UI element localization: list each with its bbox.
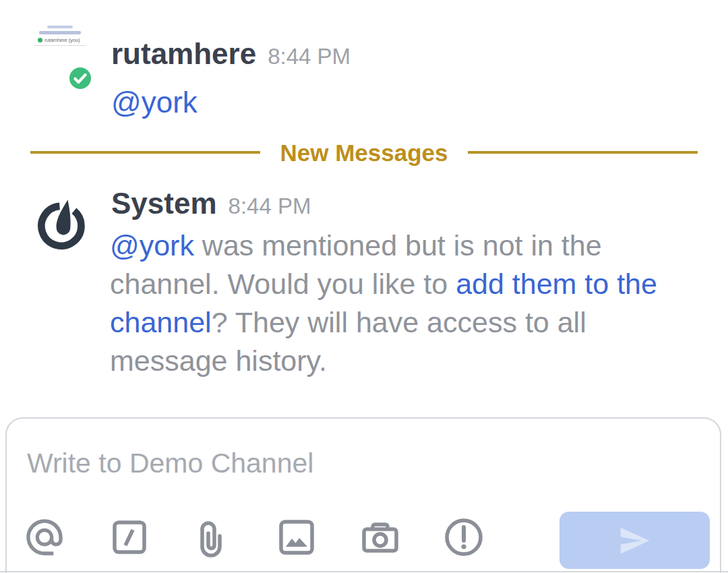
send-icon: [614, 520, 656, 562]
message-body: @york: [111, 85, 198, 121]
mention-link[interactable]: @york: [110, 229, 194, 262]
composer: Write to Demo Channel: [5, 417, 721, 573]
avatar-thumb-line: [39, 31, 81, 34]
check-icon: [69, 67, 91, 89]
username[interactable]: System: [111, 187, 217, 220]
online-dot-icon: [38, 38, 42, 42]
exclamation-icon[interactable]: [442, 516, 485, 559]
avatar-thumb-divider: [34, 45, 86, 46]
system-avatar: [34, 196, 89, 251]
slash-command-icon[interactable]: [108, 516, 151, 559]
attach-file-icon[interactable]: [191, 516, 235, 559]
username[interactable]: rutamhere: [111, 38, 256, 70]
composer-toolbar: [7, 509, 720, 566]
send-button[interactable]: [559, 512, 710, 569]
message-header: System 8:44 PM: [111, 187, 311, 220]
image-library-icon[interactable]: [275, 516, 318, 559]
avatar-thumb-row: rutamhere (you): [38, 37, 88, 43]
new-messages-label: New Messages: [280, 141, 448, 164]
message-input[interactable]: Write to Demo Channel: [27, 444, 700, 482]
timestamp: 8:44 PM: [268, 44, 351, 69]
avatar-thumb-line: [47, 26, 73, 28]
avatar[interactable]: rutamhere (you): [32, 24, 88, 47]
at-mention-icon[interactable]: [23, 516, 66, 559]
system-message-body: @york was mentioned but is not in the ch…: [110, 227, 673, 380]
divider-line: [468, 151, 698, 154]
mattermost-logo-icon: [34, 196, 89, 251]
new-messages-divider: New Messages: [0, 138, 728, 167]
camera-icon[interactable]: [359, 516, 402, 559]
timestamp: 8:44 PM: [229, 193, 311, 219]
bottom-divider: [0, 571, 728, 572]
mention-link[interactable]: @york: [111, 86, 198, 119]
divider-line: [30, 151, 260, 154]
avatar-caption: rutamhere (you): [44, 37, 80, 43]
online-status-badge: [67, 65, 93, 91]
message-header: rutamhere 8:44 PM: [111, 38, 351, 70]
